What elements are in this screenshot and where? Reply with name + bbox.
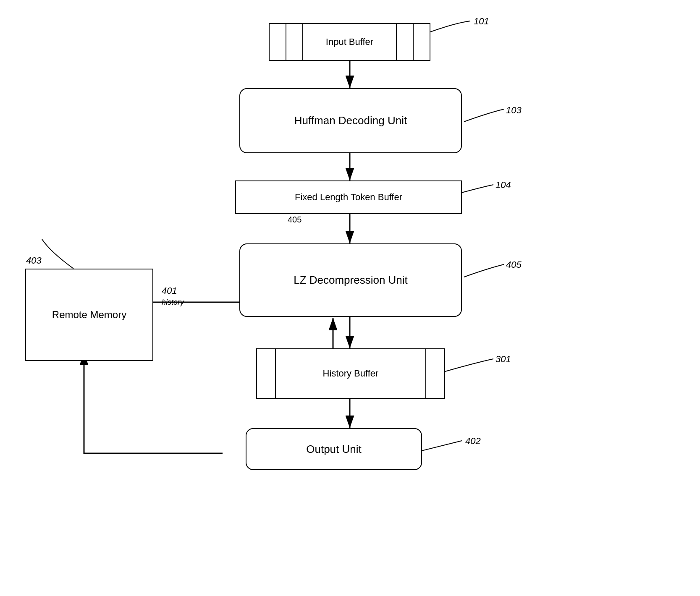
output-unit-label: Output Unit xyxy=(306,443,362,456)
lz-unit-box: LZ Decompression Unit xyxy=(239,243,462,317)
ref-405: 405 xyxy=(506,259,522,270)
ref-103: 103 xyxy=(506,105,522,116)
remote-memory-box: Remote Memory xyxy=(25,269,153,361)
ref-104: 104 xyxy=(496,180,511,191)
token-buffer-box: Fixed Length Token Buffer xyxy=(235,180,462,214)
lz-unit-label: LZ Decompression Unit xyxy=(294,274,408,287)
diagram-container: Input Buffer 101 Huffman Decoding Unit 1… xyxy=(0,0,700,596)
ref-401: 401 history xyxy=(162,285,184,307)
history-buffer-box: History Buffer xyxy=(256,348,445,399)
remote-memory-label: Remote Memory xyxy=(52,309,126,321)
ref-301: 301 xyxy=(496,354,511,365)
huffman-label: Huffman Decoding Unit xyxy=(294,114,407,127)
huffman-box: Huffman Decoding Unit xyxy=(239,88,462,153)
token-buffer-label: Fixed Length Token Buffer xyxy=(295,192,402,203)
ref-403: 403 xyxy=(26,255,42,266)
ref-101: 101 xyxy=(474,16,489,27)
ref-405-below: 405 xyxy=(288,215,301,225)
input-buffer-box: Input Buffer xyxy=(269,23,430,61)
output-unit-box: Output Unit xyxy=(246,428,422,470)
history-buffer-label: History Buffer xyxy=(323,368,379,379)
input-buffer-label: Input Buffer xyxy=(326,37,373,47)
ref-402: 402 xyxy=(465,436,481,447)
